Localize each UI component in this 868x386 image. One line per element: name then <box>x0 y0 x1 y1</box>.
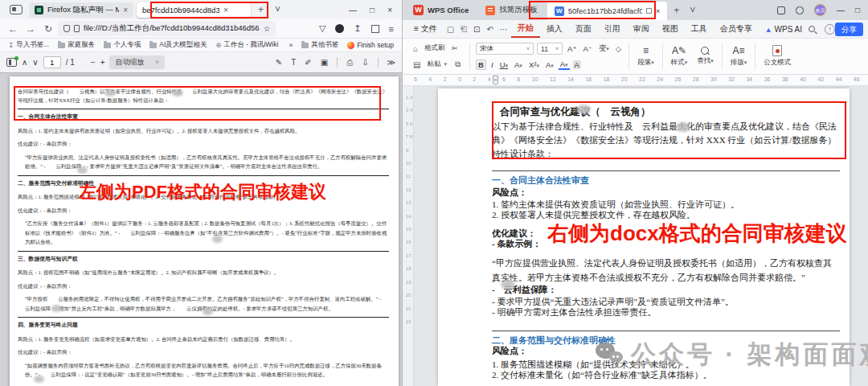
maximize-button[interactable]: □ <box>370 6 375 14</box>
style-menu[interactable]: A✎ 样式▾ <box>666 40 693 72</box>
page-down-icon[interactable]: ∨ <box>32 58 38 67</box>
wps-home-tab[interactable]: W WPS Office <box>406 0 476 20</box>
clear-format-button[interactable]: ◇ <box>614 44 623 53</box>
shading-button[interactable]: A▾ <box>544 60 555 69</box>
highlight-color-button[interactable]: A <box>573 60 581 69</box>
cut-button[interactable]: ✄ <box>452 44 464 52</box>
text-tool-icon[interactable]: T <box>291 58 296 67</box>
menu-member[interactable]: 会员专享 <box>714 23 759 35</box>
print-icon[interactable]: ⎙ <box>346 58 353 68</box>
close-button[interactable]: × <box>387 6 392 14</box>
zoom-out-icon[interactable]: − <box>91 58 96 67</box>
shrink-font-button[interactable]: A⁻ <box>581 44 593 53</box>
bold-button[interactable]: B <box>476 60 486 70</box>
extension-icon[interactable] <box>335 24 344 33</box>
bookmark-other[interactable]: 其他书签 <box>301 40 338 50</box>
zoom-in-icon[interactable]: + <box>100 58 105 67</box>
superscript-button[interactable]: X²▾ <box>527 60 541 69</box>
find-menu[interactable]: 查找▾ <box>692 40 719 72</box>
indent-marker[interactable] <box>493 80 498 84</box>
new-tab-button[interactable]: + <box>254 4 268 15</box>
italic-button[interactable]: I <box>489 60 495 69</box>
back-button[interactable]: ← <box>5 23 21 35</box>
menu-file[interactable]: ≡ 文件 <box>407 23 444 35</box>
split-view-icon[interactable] <box>777 6 785 14</box>
bookmark-folder[interactable]: 个人专项 <box>104 40 141 50</box>
cloud-upload-icon[interactable]: ↑ <box>825 24 835 35</box>
menu-page[interactable]: 页面 <box>569 23 598 35</box>
font-size-select[interactable]: 11˅ <box>537 43 563 55</box>
firefox-tab-pdf[interactable]: be7fcdd10b9944cd8d31b46d56 × <box>137 2 251 18</box>
typeset-menu[interactable]: A≡ 排版▾ <box>726 40 752 72</box>
paragraph-menu[interactable]: ≡ 段落▾ <box>633 40 659 72</box>
shield-icon[interactable] <box>63 25 70 32</box>
reload-button[interactable]: ↻ <box>40 23 56 35</box>
firefox-tab-privacy[interactable]: Firefox 隐私声明 — Mozilla × <box>29 2 133 18</box>
bookmark-finish-setup[interactable]: Finish setup <box>347 41 394 49</box>
new-tab-button[interactable]: + <box>669 5 683 16</box>
wps-tab-document[interactable]: W 50fec1b17bb24fdfacf0740 × <box>547 2 668 20</box>
bookmark-star-icon[interactable]: ☆ <box>264 24 271 33</box>
tab-list-caret-icon[interactable]: ˅ <box>686 5 699 16</box>
bookmark-import[interactable]: ↧导入书签... <box>8 40 49 50</box>
sidebar-toggle-icon[interactable] <box>6 58 17 67</box>
annotate-icon[interactable]: ✎ <box>276 58 282 67</box>
bookmark-site[interactable]: ⊕工作台 - 腾讯iWiki <box>215 40 278 50</box>
underline-button[interactable]: U▾ <box>498 60 510 69</box>
save-icon[interactable]: ⇩ <box>362 58 368 67</box>
tab-close-icon[interactable]: × <box>123 6 128 14</box>
bookmark-folder[interactable]: 家庭服务 <box>58 40 95 50</box>
tab-close-icon[interactable]: × <box>656 6 661 15</box>
copy-button[interactable]: ⧉ <box>452 60 464 69</box>
minimize-button[interactable]: — <box>837 6 845 14</box>
pocket-icon[interactable]: ▽ <box>319 23 326 34</box>
strike-button[interactable]: A▾ <box>513 60 524 69</box>
url-text: file:///D:/当前工作台/be7fcdd10b9944cd8d31b46… <box>84 23 260 34</box>
draw-tool-icon[interactable]: ✐ <box>305 58 311 67</box>
grow-font-button[interactable]: A⁺ <box>566 44 578 53</box>
bookmark-folder[interactable]: AI及大模型相关 <box>149 40 207 50</box>
share-button[interactable]: 分享 <box>835 23 863 36</box>
menu-wps-ai[interactable]: ▲ WPS AI <box>759 25 809 34</box>
indent-marker[interactable] <box>493 76 498 80</box>
format-painter-button[interactable]: ⌂格式刷 <box>410 43 447 53</box>
more-tools-icon[interactable]: ≫ <box>387 58 395 67</box>
screenshot-icon[interactable] <box>371 25 379 33</box>
menu-reference[interactable]: 引用 <box>598 23 627 35</box>
export-icon[interactable]: ⊡ <box>470 25 483 34</box>
menu-tools[interactable]: 工具 <box>685 23 714 35</box>
workspace-icon[interactable] <box>794 4 805 15</box>
font-color-button[interactable]: A▾ <box>559 60 570 70</box>
paste-button[interactable]: ▤粘贴▾ <box>410 60 447 69</box>
page-number-input[interactable] <box>43 56 61 68</box>
menu-insert[interactable]: 插入 <box>540 23 569 35</box>
firefox-view-icon[interactable] <box>10 5 23 14</box>
bookmarks-overflow-chevron[interactable]: » <box>289 41 293 49</box>
url-bar[interactable]: file:///D:/当前工作台/be7fcdd10b9944cd8d31b46… <box>58 21 276 36</box>
tab-close-icon[interactable]: × <box>223 6 228 14</box>
forward-button[interactable]: → <box>23 23 39 35</box>
menu-start[interactable]: 开始 <box>511 20 540 38</box>
print-icon[interactable]: ⎗ <box>457 24 470 34</box>
menu-icon[interactable]: ≡ <box>389 24 394 34</box>
minimize-button[interactable]: — <box>349 6 357 14</box>
wps-tab-resume-template[interactable]: 找简历模板 <box>478 0 545 20</box>
text-effect-button[interactable]: 变▾ <box>597 43 611 54</box>
menu-view[interactable]: 视图 <box>656 23 685 35</box>
pin-icon[interactable] <box>646 8 652 14</box>
search-icon[interactable] <box>809 26 815 32</box>
pdf-viewport[interactable]: 合同审查与优化建议（ 云视角）以下为基于法律合规性、行业特性及 云利益最大化的审… <box>0 73 402 386</box>
avatar[interactable]: 会员 <box>814 4 826 16</box>
menu-review[interactable]: 审阅 <box>627 23 656 35</box>
image-tool-icon[interactable]: ▣ <box>321 58 328 67</box>
maximize-button[interactable]: □ <box>855 6 860 14</box>
share-icon[interactable]: ↥ <box>354 23 361 34</box>
undo-icon[interactable]: ↶ <box>483 25 496 34</box>
save-icon[interactable]: ▢ <box>444 25 457 34</box>
page-up-icon[interactable]: ∧ <box>22 58 27 67</box>
official-doc-mode-button[interactable]: 公文模式 <box>759 40 796 72</box>
font-name-select[interactable]: 宋体˅ <box>476 43 534 55</box>
more-icon[interactable]: ⋯ <box>497 25 511 34</box>
tab-list-caret-icon[interactable]: ˅ <box>271 4 285 15</box>
zoom-select[interactable]: 自动缩放 ˅ <box>109 55 164 69</box>
